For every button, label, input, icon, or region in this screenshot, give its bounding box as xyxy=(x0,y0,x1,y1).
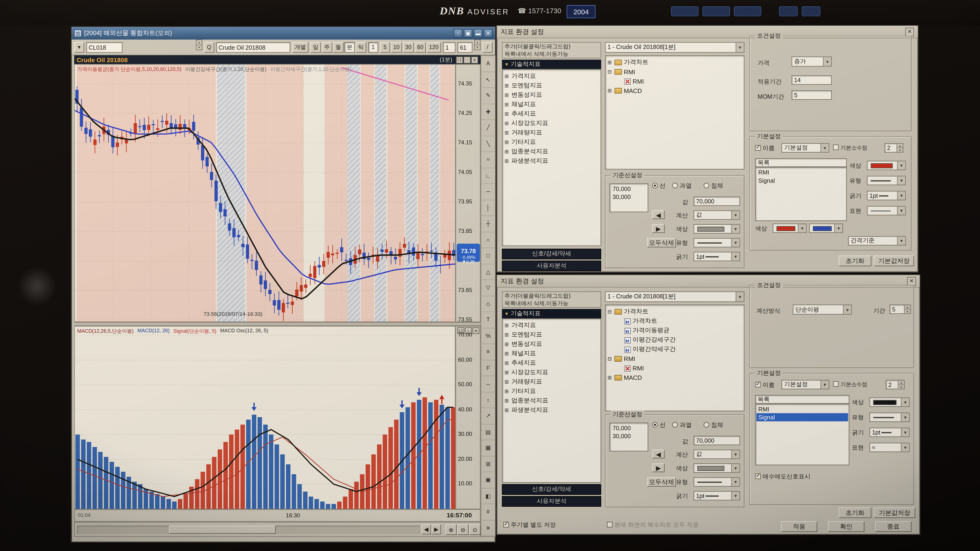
drawing-tool-icon[interactable]: ↕ xyxy=(481,392,495,408)
indicator-tree-item[interactable]: 이평간약세구간 xyxy=(617,345,743,354)
drawing-tool-icon[interactable]: △ xyxy=(481,264,495,280)
save-default-button[interactable]: 기본값저장 xyxy=(874,256,914,266)
expand-icon[interactable]: ⊞ xyxy=(504,73,509,79)
decimal-checkbox[interactable]: 기본소수점 xyxy=(833,144,867,152)
topbar-menu-pill[interactable] xyxy=(734,6,761,16)
user-analysis-button[interactable]: 사용자분석 xyxy=(502,260,601,271)
expand-icon[interactable]: ⊟ xyxy=(607,69,612,75)
tree-item[interactable]: ⊞ 가격지표 xyxy=(504,321,599,330)
series-width-combo[interactable]: 1pt▼ xyxy=(867,191,906,200)
drawing-tool-icon[interactable]: ▽ xyxy=(481,280,495,296)
series-list-item[interactable]: Signal xyxy=(756,176,846,184)
indicator-tree-item[interactable]: 가격이동평균 xyxy=(617,326,743,335)
menu-icon[interactable]: ▾ xyxy=(74,42,84,52)
indicator-tree-item[interactable]: ⊟ 가격차트 xyxy=(607,307,743,316)
zoom-icon[interactable]: ⊖ xyxy=(457,524,469,535)
drawing-tool-icon[interactable]: ─ xyxy=(481,184,495,200)
bars-input[interactable]: 61 xyxy=(457,42,473,52)
expand-icon[interactable]: ⊞ xyxy=(504,92,509,98)
period-button[interactable]: 분 xyxy=(344,42,355,52)
tree-item[interactable]: ⊞ 거래량지표 xyxy=(504,378,599,387)
baseline-width-combo[interactable]: 1pt▼ xyxy=(694,491,740,500)
name-checkbox[interactable]: 이름 xyxy=(755,381,775,389)
expand-icon[interactable]: ⊞ xyxy=(504,408,509,413)
zone-color-combo-2[interactable]: ▼ xyxy=(809,224,843,233)
tree-item[interactable]: ⊞ 채널지표 xyxy=(504,100,599,109)
drawing-tool-icon[interactable]: ╱ xyxy=(481,120,495,136)
exit-button[interactable]: 종료 xyxy=(875,521,912,532)
drawing-tool-icon[interactable]: □ xyxy=(481,248,495,264)
expand-icon[interactable]: ⊞ xyxy=(607,60,612,65)
period-button[interactable]: 틱 xyxy=(355,42,366,52)
zoom-icon[interactable]: ⊙ xyxy=(469,524,480,535)
series-list-item[interactable]: RMI xyxy=(756,405,848,413)
tree-item[interactable]: ⊞ 업종분석지표 xyxy=(504,396,599,406)
expand-icon[interactable]: ⊞ xyxy=(504,140,509,145)
apply-button[interactable]: 적용 xyxy=(781,521,818,532)
slash-button[interactable]: / xyxy=(482,42,493,52)
expand-icon[interactable]: ⊞ xyxy=(504,351,509,357)
tree-item[interactable]: ⊞ 추세지표 xyxy=(504,109,599,119)
delete-all-button[interactable]: 모두삭제 xyxy=(647,238,676,248)
tree-item[interactable]: ⊞ 거래량지표 xyxy=(504,128,599,138)
mini-window-button[interactable]: ▫ xyxy=(464,56,471,63)
expand-icon[interactable] xyxy=(617,318,623,324)
expand-icon[interactable] xyxy=(617,328,623,333)
tree-item[interactable]: ⊞ 기타지표 xyxy=(504,387,599,396)
name-preset-combo[interactable]: 기본설정▼ xyxy=(781,143,829,152)
indicator-sub-chart[interactable]: MACD(12,26,5,단순이평) MACD(12, 26) Signal(단… xyxy=(74,326,456,509)
symbol-name-field[interactable]: Crude Oil 201808 xyxy=(216,42,290,52)
expand-icon[interactable]: ⊞ xyxy=(504,370,509,376)
expand-icon[interactable]: ⊟ xyxy=(607,356,612,362)
drawing-tool-icon[interactable]: ▤ xyxy=(481,424,495,440)
move-right-button[interactable]: ▶ xyxy=(652,464,665,472)
expand-icon[interactable] xyxy=(617,337,623,343)
decimal-input[interactable]: 2▲▼ xyxy=(885,143,904,152)
indicator-tree-item[interactable]: RMI xyxy=(617,364,743,373)
series-list-item[interactable]: RMI xyxy=(756,168,846,176)
delete-all-button[interactable]: 모두삭제 xyxy=(647,477,676,487)
interval-basis-combo[interactable]: 간격기준▼ xyxy=(848,236,906,246)
expand-icon[interactable]: ⊞ xyxy=(504,83,509,89)
apply-period-input[interactable]: 14 xyxy=(792,75,832,85)
ok-button[interactable]: 확인 xyxy=(828,521,865,532)
period-button[interactable]: 주 xyxy=(321,42,332,52)
baseline-type-combo[interactable]: ▼ xyxy=(694,238,740,248)
expand-icon[interactable]: ⊞ xyxy=(504,149,509,154)
apply-all-charts-checkbox[interactable]: 현재 화면의 복수차트 모두 적용 xyxy=(607,521,699,529)
indicator-tree-item[interactable]: ⊟ RMI xyxy=(607,354,743,364)
drawing-tool-icon[interactable]: ◧ xyxy=(481,488,495,504)
symbol-code-input[interactable]: CL018 xyxy=(86,42,123,52)
drawing-tool-icon[interactable]: ↔ xyxy=(481,376,495,392)
expand-icon[interactable]: ⊞ xyxy=(607,375,612,381)
tree-item[interactable]: ⊞ 채널지표 xyxy=(504,349,599,359)
indicator-tree-item[interactable]: ⊞ MACD xyxy=(607,373,743,383)
expand-icon[interactable]: ⊞ xyxy=(504,323,509,329)
baseline-value-input[interactable]: 70,000 xyxy=(694,436,740,445)
window-button[interactable]: ✕ xyxy=(484,29,492,38)
period-input[interactable]: 5▲▼ xyxy=(889,305,911,314)
expand-icon[interactable] xyxy=(617,347,623,352)
drawing-tool-icon[interactable]: ↗ xyxy=(481,408,495,424)
window-button[interactable]: ↑ xyxy=(453,29,462,38)
decimal-input[interactable]: 2▲▼ xyxy=(886,380,905,389)
tree-item[interactable]: ⊞ 시장강도지표 xyxy=(504,119,599,128)
baseline-type-combo[interactable]: ▼ xyxy=(694,477,740,487)
expand-icon[interactable]: ⊞ xyxy=(504,102,509,107)
drawing-tool-icon[interactable]: ✚ xyxy=(481,104,495,120)
tree-item[interactable]: ⊞ 기타지표 xyxy=(504,138,599,147)
radio-line[interactable]: 선 xyxy=(652,182,665,190)
mom-period-input[interactable]: 5 xyxy=(792,91,832,100)
symbol-stepper[interactable]: ▲▼ xyxy=(196,40,202,50)
indicator-tree-item[interactable]: ⊞ MACD xyxy=(607,86,743,95)
series-width-combo[interactable]: 1pt▼ xyxy=(870,428,910,437)
move-left-button[interactable]: ◀ xyxy=(652,210,665,219)
expand-icon[interactable]: ⊞ xyxy=(504,398,509,404)
expand-icon[interactable]: ⊞ xyxy=(504,380,509,385)
drawing-tool-icon[interactable]: % xyxy=(481,328,495,344)
name-checkbox[interactable]: 이름 xyxy=(755,144,775,152)
main-price-chart[interactable]: 가격이동평균(종가 단순이평,5,10,20,60,120,5) 이평간강세구간… xyxy=(74,64,456,322)
drawing-tool-icon[interactable]: ↖ xyxy=(481,72,495,88)
move-right-button[interactable]: ▶ xyxy=(652,224,665,233)
indicator-tree-item[interactable]: ⊟ RMI xyxy=(607,67,743,76)
